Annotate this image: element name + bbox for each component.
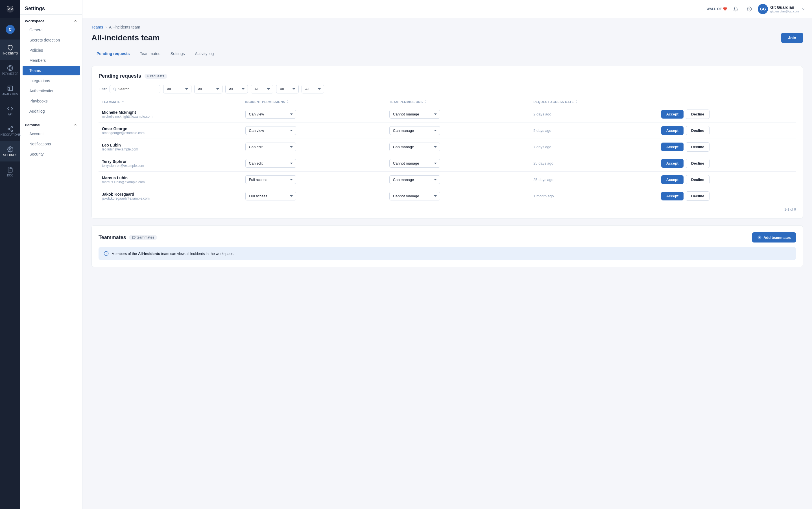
nav-item-policies[interactable]: Policies	[23, 45, 80, 55]
breadcrumb-current: All-incidents team	[109, 25, 140, 29]
wall-of-section: WALL OF	[707, 7, 728, 11]
nav-item-teams[interactable]: Teams	[23, 66, 80, 75]
team-permission-select[interactable]: Can manageCannot manage	[390, 175, 440, 184]
sidebar-item-api[interactable]: API	[0, 101, 20, 121]
col-teammate[interactable]: TEAMMATE	[99, 98, 242, 106]
team-permission-cell: Can manageCannot manage	[386, 172, 530, 188]
name-filter-2[interactable]: All	[251, 85, 273, 94]
nav-item-playbooks[interactable]: Playbooks	[23, 96, 80, 106]
nav-item-authentication[interactable]: Authentication	[23, 86, 80, 96]
nav-item-account[interactable]: Account	[23, 129, 80, 139]
accept-button[interactable]: Accept	[661, 126, 683, 135]
sidebar-item-doc[interactable]: DOC	[0, 162, 20, 182]
decline-button[interactable]: Decline	[686, 126, 710, 135]
date-cell: 5 days ago	[530, 123, 658, 139]
team-permission-select[interactable]: Can manageCannot manage	[390, 142, 440, 151]
teammates-badge: 20 teammates	[129, 235, 157, 240]
nav-item-integrations[interactable]: Integrations	[23, 76, 80, 86]
incident-permission-select[interactable]: Can viewCan editFull access	[245, 126, 296, 135]
sidebar-item-settings[interactable]: SETTINGS	[0, 141, 20, 162]
decline-button[interactable]: Decline	[686, 175, 710, 184]
incident-permission-select[interactable]: Can viewCan editFull access	[245, 175, 296, 184]
tab-settings[interactable]: Settings	[165, 48, 190, 59]
workspace-section-label: Workspace	[25, 19, 44, 23]
nav-item-secrets-detection[interactable]: Secrets detection	[23, 35, 80, 45]
name-filter-1[interactable]: All	[225, 85, 248, 94]
accept-button[interactable]: Accept	[661, 175, 683, 184]
table-row: Marcus Lubin marcus.lubin@example.com Ca…	[99, 172, 796, 188]
incident-permission-cell: Can viewCan editFull access	[242, 123, 386, 139]
sidebar-user-avatar[interactable]: C	[0, 19, 20, 39]
team-permissions-filter[interactable]: All Can manage Cannot manage	[194, 85, 223, 94]
decline-button[interactable]: Decline	[686, 159, 710, 168]
help-button[interactable]	[744, 4, 754, 14]
decline-button[interactable]: Decline	[686, 192, 710, 201]
user-menu[interactable]: GG Git Guardian gitguardian@gg.com	[758, 4, 805, 14]
svg-point-0	[6, 6, 13, 13]
requests-badge: 6 requests	[144, 74, 167, 79]
team-permission-cell: Can manageCannot manage	[386, 155, 530, 172]
tab-pending-requests[interactable]: Pending requests	[92, 48, 135, 59]
incident-permission-cell: Can viewCan editFull access	[242, 172, 386, 188]
filter-label: Filter	[99, 87, 107, 91]
incident-permission-cell: Can viewCan editFull access	[242, 188, 386, 204]
sidebar-item-label: SETTINGS	[3, 154, 17, 157]
col-team-permissions[interactable]: TEAM PERMISSIONS	[386, 98, 530, 106]
notification-bell-button[interactable]	[731, 4, 741, 14]
nav-item-notifications[interactable]: Notifications	[23, 139, 80, 149]
team-permission-select[interactable]: Can manageCannot manage	[390, 192, 440, 200]
svg-point-18	[113, 88, 115, 90]
avatar: C	[6, 25, 15, 34]
accept-button[interactable]: Accept	[661, 110, 683, 118]
sidebar-item-perimeter[interactable]: PERIMETER	[0, 60, 20, 80]
tab-activity-log[interactable]: Activity log	[190, 48, 219, 59]
nav-item-general[interactable]: General	[23, 25, 80, 35]
svg-point-9	[8, 128, 10, 130]
card-header: Pending requests 6 requests	[99, 73, 796, 79]
sidebar-item-analytics[interactable]: ANALYTICS	[0, 80, 20, 101]
app-logo[interactable]	[0, 0, 20, 18]
sidebar-item-incidents[interactable]: INCIDENTS	[0, 39, 20, 60]
teammate-cell: Leo Lubin leo.lubin@example.com	[99, 139, 242, 155]
col-incident-permissions[interactable]: INCIDENT PERMISSIONS	[242, 98, 386, 106]
incident-permission-cell: Can viewCan editFull access	[242, 139, 386, 155]
col-request-date[interactable]: REQUEST ACCESS DATE	[530, 98, 658, 106]
incident-permission-select[interactable]: Can viewCan editFull access	[245, 159, 296, 168]
name-filter-3[interactable]: All	[276, 85, 299, 94]
table-row: Terry Siphron terry.siphron@example.com …	[99, 155, 796, 172]
left-nav: Settings Workspace General Secrets detec…	[20, 0, 82, 509]
nav-item-security[interactable]: Security	[23, 149, 80, 159]
tab-teammates[interactable]: Teammates	[135, 48, 165, 59]
accept-button[interactable]: Accept	[661, 192, 683, 200]
decline-button[interactable]: Decline	[686, 142, 710, 151]
personal-section-header[interactable]: Personal	[20, 118, 82, 129]
accept-button[interactable]: Accept	[661, 142, 683, 151]
search-input[interactable]	[118, 87, 157, 91]
sidebar-item-label: INCIDENTS	[3, 52, 18, 55]
page-title-row: All-incidents team Join	[92, 33, 803, 43]
name-filter-4[interactable]: All	[302, 85, 324, 94]
breadcrumb-teams-link[interactable]: Teams	[92, 25, 103, 29]
filter-search[interactable]	[109, 85, 160, 93]
actions-cell: Accept Decline	[658, 123, 796, 139]
add-teammates-button[interactable]: Add teammates	[752, 232, 796, 242]
card-title: Pending requests	[99, 73, 141, 79]
nav-item-members[interactable]: Members	[23, 56, 80, 65]
join-button[interactable]: Join	[781, 33, 803, 43]
team-permission-select[interactable]: Can manageCannot manage	[390, 126, 440, 135]
sidebar-item-label: INTEGRATIONS	[0, 133, 21, 136]
decline-button[interactable]: Decline	[686, 109, 710, 119]
incident-permission-select[interactable]: Can viewCan editFull access	[245, 142, 296, 151]
incident-permission-select[interactable]: Can viewCan editFull access	[245, 192, 296, 200]
sidebar-item-integrations[interactable]: INTEGRATIONS	[0, 121, 20, 141]
teammate-cell: Marcus Lubin marcus.lubin@example.com	[99, 172, 242, 188]
accept-button[interactable]: Accept	[661, 159, 683, 168]
incident-permissions-filter[interactable]: All Can view Can edit Full access	[163, 85, 192, 94]
incident-permission-select[interactable]: Can viewCan editFull access	[245, 110, 296, 118]
action-buttons: Accept Decline	[661, 109, 792, 119]
team-permission-select[interactable]: Can manageCannot manage	[390, 110, 440, 118]
table-row: Jakob Korsgaard jakob.korsgaard@example.…	[99, 188, 796, 204]
nav-item-audit-log[interactable]: Audit log	[23, 106, 80, 116]
team-permission-select[interactable]: Can manageCannot manage	[390, 159, 440, 168]
workspace-section-header[interactable]: Workspace	[20, 15, 82, 25]
